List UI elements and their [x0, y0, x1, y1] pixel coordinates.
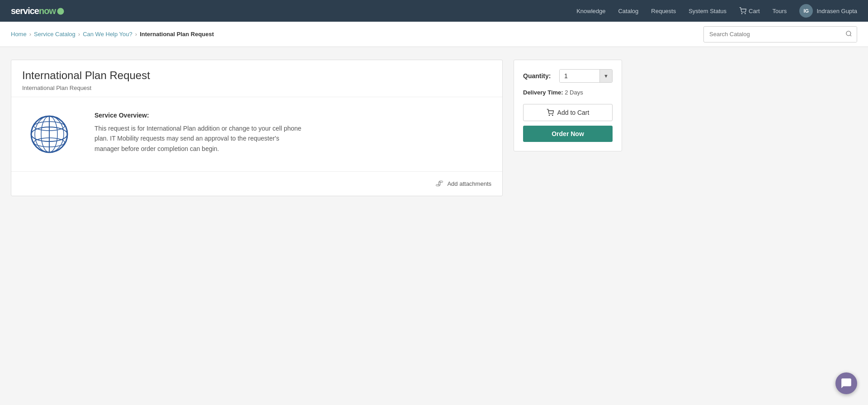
catalog-card-body: Service Overview: This request is for In…	[11, 97, 502, 171]
search-input[interactable]	[704, 27, 841, 41]
order-card: Quantity: ▼ Delivery Time: 2 Days Add to…	[514, 60, 622, 151]
catalog-card-footer: 🖇 Add attachments	[11, 171, 502, 196]
service-overview: Service Overview: This request is for In…	[94, 112, 302, 154]
catalog-item-subtitle: International Plan Request	[22, 85, 491, 91]
nav-tours[interactable]: Tours	[773, 8, 787, 14]
add-to-cart-label: Add to Cart	[557, 109, 590, 116]
order-now-label: Order Now	[552, 130, 584, 137]
svg-point-12	[549, 115, 549, 115]
catalog-item-title: International Plan Request	[22, 69, 491, 82]
breadcrumb-service-catalog[interactable]: Service Catalog	[34, 31, 75, 38]
cart-icon	[739, 7, 746, 14]
attachment-icon: 🖇	[435, 179, 443, 188]
breadcrumb-sep-2: ›	[78, 31, 80, 38]
navbar-right: Knowledge Catalog Requests System Status…	[576, 4, 857, 18]
nav-requests[interactable]: Requests	[651, 8, 676, 14]
user-name: Indrasen Gupta	[816, 8, 857, 14]
add-attachments-label[interactable]: Add attachments	[447, 180, 491, 187]
catalog-card-header: International Plan Request International…	[11, 60, 502, 97]
service-overview-desc: This request is for International Plan a…	[94, 123, 302, 154]
quantity-label: Quantity:	[523, 72, 555, 80]
breadcrumb-can-we-help[interactable]: Can We Help You?	[83, 31, 132, 38]
svg-point-3	[846, 31, 851, 35]
add-to-cart-button[interactable]: Add to Cart	[523, 104, 613, 121]
avatar: IG	[799, 4, 813, 18]
breadcrumb-sep-3: ›	[135, 31, 137, 38]
search-box	[703, 26, 857, 42]
nav-cart[interactable]: Cart	[739, 7, 760, 14]
quantity-input-wrap: ▼	[559, 69, 613, 83]
nav-user[interactable]: IG Indrasen Gupta	[799, 4, 857, 18]
breadcrumb-home[interactable]: Home	[11, 31, 27, 38]
service-icon-wrap	[22, 112, 76, 157]
nav-catalog[interactable]: Catalog	[618, 8, 638, 14]
breadcrumb-bar: Home › Service Catalog › Can We Help You…	[0, 22, 868, 47]
nav-knowledge[interactable]: Knowledge	[576, 8, 605, 14]
navbar: servicenow​ Knowledge Catalog Requests S…	[0, 0, 868, 22]
service-overview-title: Service Overview:	[94, 112, 302, 119]
breadcrumb-sep-1: ›	[29, 31, 31, 38]
breadcrumb-current: International Plan Request	[140, 31, 214, 38]
main-content: International Plan Request International…	[0, 47, 633, 209]
cart-btn-icon	[547, 109, 554, 116]
quantity-row: Quantity: ▼	[523, 69, 613, 83]
globe-icon	[27, 112, 72, 157]
svg-point-0	[57, 8, 64, 15]
search-icon	[845, 30, 852, 37]
quantity-dropdown-button[interactable]: ▼	[599, 70, 612, 82]
nav-system-status[interactable]: System Status	[689, 8, 726, 14]
delivery-row: Delivery Time: 2 Days	[523, 89, 613, 96]
svg-line-4	[850, 35, 851, 36]
servicenow-logo[interactable]: servicenow​	[11, 6, 65, 16]
quantity-input[interactable]	[560, 70, 599, 82]
order-now-button[interactable]: Order Now	[523, 126, 613, 142]
svg-point-13	[552, 115, 552, 115]
nav-cart-label: Cart	[749, 8, 760, 14]
svg-point-1	[741, 13, 742, 14]
breadcrumb: Home › Service Catalog › Can We Help You…	[11, 31, 214, 38]
delivery-label: Delivery Time:	[523, 89, 565, 96]
navbar-left: servicenow​	[11, 6, 65, 16]
delivery-value-text: 2 Days	[565, 89, 583, 96]
svg-point-2	[745, 13, 745, 14]
search-button[interactable]	[841, 27, 857, 42]
catalog-card: International Plan Request International…	[11, 60, 503, 196]
order-sidebar: Quantity: ▼ Delivery Time: 2 Days Add to…	[514, 60, 622, 196]
